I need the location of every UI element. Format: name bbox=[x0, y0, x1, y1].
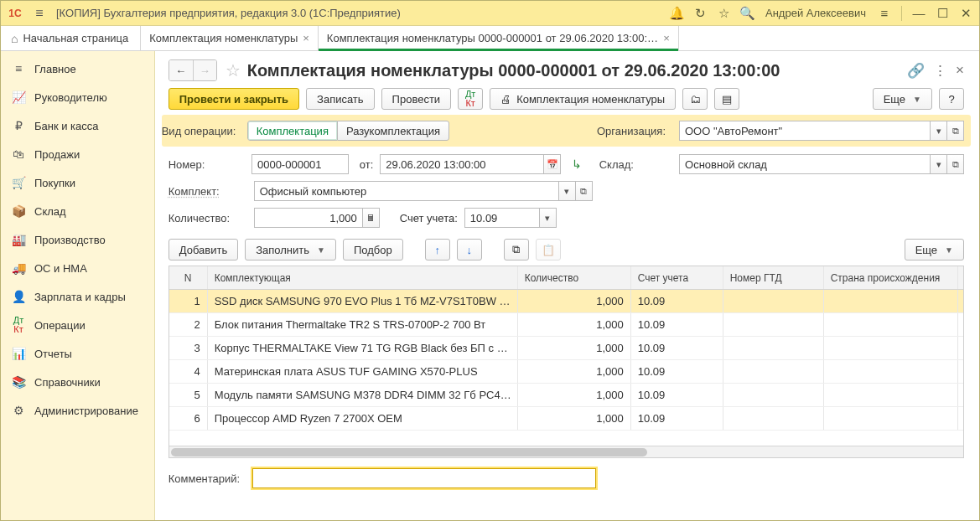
store-dropdown-button[interactable]: ▾ bbox=[931, 154, 947, 174]
sidebar-item-bank[interactable]: ₽Банк и касса bbox=[1, 111, 154, 140]
table-row[interactable]: 1 SSD диск SAMSUNG 970 EVO Plus 1 Tб MZ-… bbox=[169, 290, 963, 313]
home-tab[interactable]: ⌂ Начальная страница bbox=[1, 26, 141, 50]
nav-back-button[interactable]: ← bbox=[169, 60, 193, 80]
number-input[interactable] bbox=[251, 154, 349, 174]
favorite-icon[interactable]: ☆ bbox=[226, 60, 241, 80]
print-menu-button[interactable]: Комплектация номенклатуры bbox=[490, 88, 676, 110]
pick-button[interactable]: Подбор bbox=[343, 239, 403, 260]
acct-dropdown-button[interactable]: ▾ bbox=[540, 208, 557, 228]
sidebar-item-stock[interactable]: 📦Склад bbox=[1, 197, 154, 225]
copy-rows-button[interactable] bbox=[504, 239, 529, 260]
col-n[interactable]: N bbox=[169, 266, 208, 289]
move-up-button[interactable] bbox=[425, 239, 450, 260]
sidebar-item-reports[interactable]: 📊Отчеты bbox=[1, 339, 154, 368]
posted-icon[interactable]: ↳ bbox=[568, 155, 585, 173]
org-open-button[interactable]: ⧉ bbox=[947, 121, 964, 141]
sidebar-item-payroll[interactable]: 👤Зарплата и кадры bbox=[1, 282, 154, 311]
close-icon[interactable]: × bbox=[303, 32, 309, 44]
history-icon[interactable]: ↻ bbox=[690, 3, 710, 23]
qty-input[interactable] bbox=[254, 208, 363, 228]
sidebar-item-admin[interactable]: ⚙Администрирование bbox=[1, 396, 154, 425]
sidebar-item-purchases[interactable]: 🛒Покупки bbox=[1, 168, 154, 197]
kit-dropdown-button[interactable]: ▾ bbox=[559, 181, 576, 201]
app-logo: 1C bbox=[4, 5, 26, 22]
move-down-button[interactable] bbox=[457, 239, 482, 260]
op-disassemble-button[interactable]: Разукомплектация bbox=[338, 121, 449, 141]
structure-button[interactable]: ▤ bbox=[714, 88, 739, 110]
link-icon[interactable]: 🔗 bbox=[907, 62, 925, 80]
store-input[interactable] bbox=[679, 154, 931, 174]
table-header: N Комплектующая Количество Счет учета Но… bbox=[169, 266, 963, 290]
store-open-button[interactable]: ⧉ bbox=[947, 154, 964, 174]
tab-1[interactable]: Комплектация номенклатуры 0000-000001 от… bbox=[319, 26, 679, 50]
col-acct[interactable]: Счет учета bbox=[631, 266, 723, 289]
search-icon[interactable]: 🔍 bbox=[737, 3, 757, 23]
related-docs-button[interactable]: 🗂 bbox=[682, 88, 708, 110]
fill-button[interactable]: Заполнить▼ bbox=[245, 239, 336, 260]
nav-forward-button[interactable]: → bbox=[193, 60, 216, 80]
table-more-button[interactable]: Еще▼ bbox=[905, 239, 964, 260]
table-body[interactable]: 1 SSD диск SAMSUNG 970 EVO Plus 1 Tб MZ-… bbox=[169, 290, 963, 446]
col-gtd[interactable]: Номер ГТД bbox=[723, 266, 824, 289]
paste-rows-button[interactable]: 📋 bbox=[536, 239, 561, 260]
table-hscroll[interactable] bbox=[169, 446, 963, 457]
star-icon[interactable]: ☆ bbox=[713, 3, 734, 23]
home-icon: ⌂ bbox=[11, 32, 18, 45]
qty-calc-button[interactable]: 🖩 bbox=[363, 208, 380, 228]
title-bar: 1C ≡ [КОПИЯ] Бухгалтерия предприятия, ре… bbox=[1, 1, 979, 26]
document-title: Комплектация номенклатуры 0000-000001 от… bbox=[247, 61, 907, 80]
close-window-button[interactable]: ✕ bbox=[956, 3, 976, 23]
date-input[interactable] bbox=[380, 154, 544, 174]
sidebar-item-references[interactable]: 📚Справочники bbox=[1, 368, 154, 396]
calendar-icon[interactable]: 📅 bbox=[544, 154, 561, 174]
help-button[interactable]: ? bbox=[939, 88, 964, 110]
table-row[interactable]: 5 Модуль памяти SAMSUNG M378 DDR4 DIMM 3… bbox=[169, 384, 963, 407]
table-row[interactable]: 4 Материнская плата ASUS TUF GAMING X570… bbox=[169, 360, 963, 384]
chart-icon: 📈 bbox=[11, 90, 26, 105]
bell-icon[interactable]: 🔔 bbox=[666, 3, 687, 23]
maximize-button[interactable]: ☐ bbox=[932, 3, 952, 23]
number-label: Номер: bbox=[169, 158, 245, 171]
sidebar-item-manager[interactable]: 📈Руководителю bbox=[1, 83, 154, 111]
cart-icon: 🛒 bbox=[11, 175, 26, 190]
col-country[interactable]: Страна происхождения bbox=[824, 266, 958, 289]
col-component[interactable]: Комплектующая bbox=[208, 266, 518, 289]
col-qty[interactable]: Количество bbox=[518, 266, 631, 289]
table-row[interactable]: 6 Процессор AMD Ryzen 7 2700X OEM 1,000 … bbox=[169, 407, 963, 431]
post-and-close-button[interactable]: Провести и закрыть bbox=[169, 88, 299, 110]
org-input[interactable] bbox=[679, 121, 931, 141]
sidebar-item-operations[interactable]: ДтКтОперации bbox=[1, 311, 154, 339]
more-button[interactable]: Еще▼ bbox=[873, 88, 932, 110]
add-row-button[interactable]: Добавить bbox=[169, 239, 238, 260]
close-icon[interactable]: × bbox=[663, 32, 670, 44]
op-assemble-button[interactable]: Комплектация bbox=[247, 121, 338, 141]
comment-input[interactable] bbox=[252, 468, 596, 488]
kit-open-button[interactable]: ⧉ bbox=[576, 181, 593, 201]
write-button[interactable]: Записать bbox=[306, 88, 375, 110]
more-menu-icon[interactable]: ⋮ bbox=[933, 62, 947, 80]
bag-icon: 🛍 bbox=[11, 147, 26, 162]
post-button[interactable]: Провести bbox=[381, 88, 452, 110]
current-user[interactable]: Андрей Алексеевич bbox=[760, 7, 871, 19]
sidebar-item-production[interactable]: 🏭Производство bbox=[1, 225, 154, 254]
org-dropdown-button[interactable]: ▾ bbox=[931, 121, 947, 141]
main-menu-icon[interactable]: ≡ bbox=[29, 3, 49, 23]
row-kit: Комплект: ▾ ⧉ bbox=[169, 180, 964, 202]
from-label: от: bbox=[355, 158, 373, 171]
table-row[interactable]: 2 Блок питания Thermaltake TR2 S TRS-070… bbox=[169, 313, 963, 337]
main-area: ≡Главное 📈Руководителю ₽Банк и касса 🛍Пр… bbox=[1, 51, 979, 521]
sidebar-item-sales[interactable]: 🛍Продажи bbox=[1, 140, 154, 168]
sidebar-item-assets[interactable]: 🚚ОС и НМА bbox=[1, 254, 154, 282]
close-doc-button[interactable]: × bbox=[956, 62, 964, 79]
printer-icon bbox=[500, 93, 511, 106]
table-row[interactable]: 3 Корпус THERMALTAKE View 71 TG RGB Blac… bbox=[169, 337, 963, 360]
acct-input[interactable] bbox=[464, 208, 540, 228]
sidebar-item-main[interactable]: ≡Главное bbox=[1, 54, 154, 83]
settings-icon[interactable]: ≡ bbox=[874, 3, 894, 23]
tab-0[interactable]: Комплектация номенклатуры × bbox=[141, 26, 319, 50]
dtkt-button[interactable]: ДтКт bbox=[458, 88, 483, 110]
minimize-button[interactable]: — bbox=[909, 3, 929, 23]
tab-label: Комплектация номенклатуры bbox=[149, 32, 298, 44]
nav-box: ← → bbox=[169, 59, 217, 81]
kit-input[interactable] bbox=[254, 181, 559, 201]
